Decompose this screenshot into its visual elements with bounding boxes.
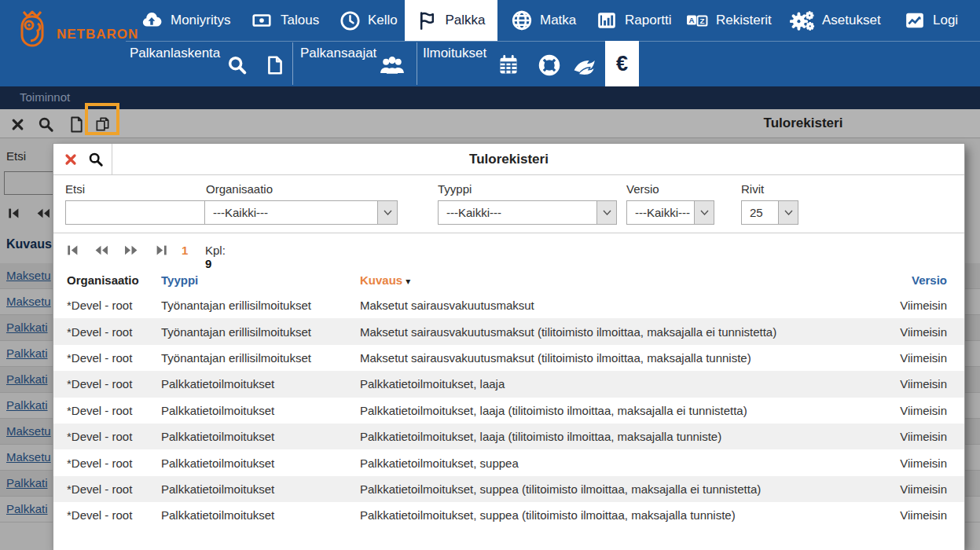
cell-versio: Viimeisin (861, 430, 964, 443)
cell-kuvaus: Palkkatietoilmoitukset, suppea (360, 456, 861, 470)
nav-item-raportti[interactable]: Raportti (588, 0, 680, 41)
nav-item-palkka[interactable]: Palkka (405, 0, 497, 41)
hands-icon[interactable] (572, 52, 599, 79)
table-row[interactable]: *Devel - root Palkkatietoilmoitukset Pal… (53, 371, 964, 397)
cell-tyyppi: Palkkatietoilmoitukset (161, 508, 360, 522)
prev-page-icon[interactable] (94, 244, 108, 259)
cell-organisaatio: *Devel - root (53, 404, 161, 417)
nav-label: Kello (368, 13, 398, 28)
cell-organisaatio: *Devel - root (53, 456, 161, 470)
versio-select[interactable]: ---Kaikki--- (626, 200, 714, 225)
table-row[interactable]: *Devel - root Palkkatietoilmoitukset Pal… (53, 502, 964, 528)
cell-organisaatio: *Devel - root (53, 430, 161, 443)
nav-label: Asetukset (822, 13, 881, 28)
table-row[interactable]: *Devel - root Palkkatietoilmoitukset Pal… (53, 476, 964, 502)
cell-tyyppi: Työnantajan erillisilmoitukset (161, 299, 360, 312)
document-icon[interactable] (262, 52, 288, 79)
clock-icon (340, 10, 361, 31)
next-page-icon[interactable] (124, 244, 138, 259)
nav-item-logi[interactable]: Logi (896, 0, 966, 41)
kpl-label: Kpl: (205, 244, 226, 257)
nav-label: Matka (540, 13, 576, 28)
cell-kuvaus: Palkkatietoilmoitukset, suppea (tilitoim… (360, 508, 861, 522)
line-chart-icon (904, 10, 926, 31)
cell-versio: Viimeisin (861, 325, 964, 339)
column-header-tyyppi[interactable]: Tyyppi (161, 273, 360, 287)
cell-kuvaus: Palkkatietoilmoitukset, laaja (tilitoimi… (360, 430, 861, 443)
brand-name: NETBARON (57, 27, 138, 42)
cell-versio: Viimeisin (861, 377, 964, 390)
top-navigation: NETBARON Moniyritys Talous Kello Palkka (0, 0, 980, 86)
cell-tyyppi: Palkkatietoilmoitukset (161, 482, 360, 496)
subnav-separator (417, 42, 417, 85)
nav-item-kello[interactable]: Kello (332, 0, 406, 41)
table-row[interactable]: *Devel - root Työnantajan erillisilmoitu… (53, 292, 964, 318)
last-page-icon[interactable] (156, 244, 167, 259)
flag-icon (417, 10, 438, 31)
subnav-group-ilmoitukset: Ilmoitukset (423, 46, 486, 61)
nav-label: Talous (281, 13, 319, 28)
result-count: Kpl: 9 (205, 244, 226, 270)
table-row[interactable]: *Devel - root Palkkatietoilmoitukset Pal… (53, 398, 964, 424)
calendar-icon[interactable] (495, 52, 522, 79)
organisaatio-value: ---Kaikki--- (205, 206, 377, 219)
cell-tyyppi: Palkkatietoilmoitukset (161, 430, 360, 443)
pagination-bar: 1 Kpl: 9 (53, 233, 964, 267)
nav-item-talous[interactable]: Talous (242, 0, 327, 41)
tyyppi-select[interactable]: ---Kaikki--- (438, 200, 617, 225)
cell-kuvaus: Maksetut sairausvakuutusmaksut (tilitoim… (360, 325, 861, 339)
table-row[interactable]: *Devel - root Työnantajan erillisilmoitu… (53, 318, 964, 344)
svg-text:Z: Z (700, 16, 705, 25)
search-icon[interactable] (36, 115, 55, 134)
rivit-select[interactable]: 25 (741, 200, 798, 225)
etsi-label: Etsi (65, 182, 85, 196)
globe-icon (511, 9, 533, 31)
nav-item-rekisterit[interactable]: A Z Rekisterit (677, 0, 780, 41)
table-row[interactable]: *Devel - root Palkkatietoilmoitukset Pal… (53, 449, 964, 475)
close-icon[interactable] (8, 115, 27, 134)
nav-item-asetukset[interactable]: Asetukset (782, 0, 889, 41)
table-row[interactable]: *Devel - root Työnantajan erillisilmoitu… (53, 345, 964, 371)
nav-item-moniyritys[interactable]: Moniyritys (132, 0, 239, 41)
cell-organisaatio: *Devel - root (53, 482, 161, 496)
current-page-number[interactable]: 1 (182, 244, 188, 257)
table-header-row: Organisaatio Tyyppi Kuvaus▾ Versio (53, 267, 964, 292)
organisaatio-label: Organisaatio (206, 182, 273, 196)
cell-tyyppi: Palkkatietoilmoitukset (161, 404, 360, 417)
modal-header: Tulorekisteri (53, 144, 964, 175)
subnav-divider-line (126, 41, 980, 42)
document-icon[interactable] (67, 115, 86, 134)
column-header-versio[interactable]: Versio (861, 273, 964, 287)
lifering-icon[interactable] (536, 52, 563, 79)
column-header-kuvaus[interactable]: Kuvaus▾ (360, 273, 861, 287)
cell-kuvaus: Palkkatietoilmoitukset, laaja (tilitoimi… (360, 404, 861, 417)
chevron-down-icon (694, 201, 714, 224)
cell-versio: Viimeisin (861, 351, 964, 365)
chevron-down-icon (596, 201, 616, 224)
cell-kuvaus: Maksetut sairausvakuutusmaksut (360, 299, 861, 312)
tyyppi-label: Tyyppi (438, 182, 472, 196)
cell-versio: Viimeisin (861, 508, 964, 522)
cell-organisaatio: *Devel - root (53, 508, 161, 522)
organisaatio-select[interactable]: ---Kaikki--- (204, 200, 398, 225)
column-header-organisaatio: Organisaatio (53, 273, 161, 287)
bar-chart-icon (596, 10, 618, 31)
first-page-icon[interactable] (67, 244, 79, 259)
action-toolbar: Tulorekisteri (0, 109, 980, 138)
search-icon[interactable] (224, 52, 251, 79)
netbaron-logo[interactable]: NETBARON (14, 6, 124, 80)
cell-kuvaus: Maksetut sairausvakuutusmaksut (tilitoim… (360, 351, 861, 365)
euro-icon[interactable]: € (605, 41, 639, 86)
chevron-down-icon (377, 201, 397, 224)
nav-label: Rekisterit (716, 13, 772, 28)
sort-desc-icon: ▾ (406, 276, 410, 287)
nav-label: Palkka (445, 13, 485, 28)
highlight-annotation-box (85, 103, 119, 135)
table-row[interactable]: *Devel - root Palkkatietoilmoitukset Pal… (53, 424, 964, 449)
etsi-input[interactable] (65, 200, 216, 225)
cell-versio: Viimeisin (861, 482, 964, 496)
nav-item-matka[interactable]: Matka (503, 0, 584, 41)
people-icon[interactable] (379, 52, 406, 79)
results-table: Organisaatio Tyyppi Kuvaus▾ Versio *Deve… (53, 267, 964, 529)
svg-text:A: A (688, 16, 694, 24)
